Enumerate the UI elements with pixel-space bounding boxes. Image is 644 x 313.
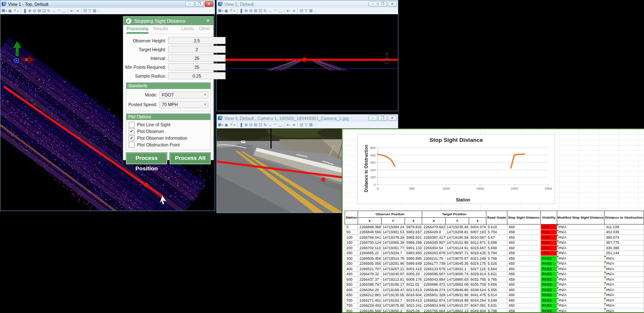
dialog-close-icon[interactable]: ✕ (205, 18, 211, 23)
view1-titlebar[interactable]: View 1 - Top, Default – ❐ ✕ (0, 0, 215, 8)
cell[interactable]: 5.765 (486, 277, 507, 282)
cell[interactable]: 100 (345, 235, 358, 240)
view-attributes-icon[interactable]: ◉ (224, 8, 228, 13)
close-button[interactable]: ✕ (388, 1, 397, 7)
cell[interactable]: 14719208.81 (445, 230, 469, 235)
cell[interactable]: 6008.176 (405, 277, 422, 282)
copy-view-icon[interactable]: ⊟ (83, 8, 87, 13)
cell[interactable]: 14719130.55 (381, 292, 405, 298)
cell[interactable]: 5.555 (486, 287, 507, 293)
cell[interactable]: 350 (345, 261, 358, 266)
cell[interactable]: 6029.914 (469, 271, 486, 277)
cell[interactable]: 5.794 (486, 250, 507, 256)
cell[interactable]: 367.775 (605, 240, 644, 245)
cell[interactable]: 460 (507, 266, 541, 272)
cell[interactable]: #N/A (605, 292, 644, 298)
cell[interactable]: 6021.249 (469, 256, 486, 261)
cell[interactable]: 2266263.878 (422, 250, 445, 256)
cell[interactable]: 6012.871 (469, 240, 486, 245)
cell[interactable]: FAIL (540, 230, 557, 235)
cell[interactable]: #N/A (605, 266, 644, 272)
pan-view-icon[interactable]: ↔ (268, 8, 273, 13)
cell[interactable]: 2265996.472 (422, 282, 445, 287)
cell[interactable]: 6024.175 (469, 261, 486, 266)
cell[interactable]: 460 (507, 303, 541, 308)
cell[interactable]: 6007.193 (469, 230, 486, 235)
rotate-view-icon[interactable]: ↻ (47, 8, 50, 13)
observer-height-input[interactable] (168, 37, 226, 44)
cell[interactable]: 5.614 (486, 292, 507, 298)
cell[interactable]: 5.658 (486, 240, 507, 245)
cell[interactable]: #N/A (605, 271, 644, 277)
cell[interactable]: 14719381.53 (381, 230, 405, 235)
cell[interactable]: 6002.415 (405, 266, 422, 272)
cell[interactable]: 402.036 (605, 230, 644, 235)
cell[interactable]: #N/A (557, 245, 605, 251)
cell[interactable]: 14718945.86 (445, 287, 469, 293)
cell[interactable]: 5993.993 (405, 250, 422, 256)
zoom-in-icon[interactable]: ⊕ (244, 122, 248, 128)
cell[interactable]: 5996.885 (405, 256, 422, 261)
checkbox-unchecked-icon[interactable] (129, 122, 135, 128)
view-previous-icon[interactable]: ⇤ (70, 8, 74, 13)
cell[interactable]: 459 (507, 271, 541, 277)
cell[interactable]: 459 (507, 256, 541, 261)
cell[interactable]: 2266655.22 (358, 250, 381, 256)
rotate-view-icon[interactable]: ↻ (263, 8, 267, 13)
cell[interactable]: 2266898.388 (358, 224, 381, 230)
perspective-icon[interactable]: ◌ (314, 122, 316, 128)
zoom-in-icon[interactable]: ⊕ (244, 8, 248, 13)
cell[interactable]: 251.144 (605, 250, 644, 256)
cell[interactable]: #N/A (557, 261, 605, 266)
cell[interactable]: #N/A (605, 298, 644, 303)
cell[interactable]: 450 (345, 271, 358, 277)
copy-view-icon[interactable]: ⊟ (300, 8, 303, 13)
cell[interactable]: 459 (507, 277, 541, 282)
cell[interactable]: 2266089.567 (422, 271, 445, 277)
cell[interactable]: 14719384.24 (381, 224, 405, 230)
cell[interactable]: 330.395 (605, 245, 644, 251)
cell[interactable]: 400 (345, 266, 358, 272)
cell[interactable]: PASS (540, 298, 557, 303)
cell[interactable]: 6004.374 (469, 224, 486, 230)
process-position-button[interactable]: Process Position (126, 152, 167, 164)
tab-check-results[interactable]: Check Results (153, 21, 176, 34)
adjust-view-brightness-icon[interactable]: ☀▾ (229, 8, 235, 14)
plot-option-plot-obstruction-point[interactable]: Plot Obstruction Point (129, 142, 209, 148)
cell[interactable]: 14719022.1 (445, 266, 469, 272)
minimize-button[interactable]: – (369, 1, 377, 7)
cell[interactable]: #N/A (557, 250, 605, 256)
cell[interactable]: 14718931.96 (445, 292, 469, 298)
cell[interactable]: 14718919.98 (445, 298, 469, 303)
cell[interactable]: 6044.294 (469, 298, 486, 303)
cell[interactable]: #N/A (557, 256, 605, 261)
cell[interactable]: #N/A (557, 282, 605, 287)
cell[interactable]: 14719180.59 (445, 235, 469, 240)
view4-titlebar[interactable]: View 4, Default , Camera 1, 160503_18044… (217, 115, 398, 122)
view-attributes-icon[interactable]: ◉ (224, 122, 228, 128)
update-view-icon[interactable]: ❚ (239, 8, 243, 13)
cell[interactable]: #N/A (557, 224, 605, 230)
posted-speed-dropdown[interactable]: 70 MPH ▾ (159, 101, 208, 108)
cell[interactable]: 14719351.77 (381, 245, 405, 251)
cell[interactable]: 5.564 (486, 266, 507, 272)
cell[interactable]: 14719186.17 (381, 282, 405, 287)
cell[interactable]: 5.619 (486, 224, 507, 230)
cell[interactable]: #N/A (605, 282, 644, 287)
minimize-button[interactable]: – (185, 1, 194, 7)
cell[interactable]: #N/A (557, 271, 605, 277)
walk-icon[interactable]: ◠ (274, 122, 278, 128)
cell[interactable]: 14719213.81 (381, 277, 405, 282)
clip-mask-icon[interactable]: ⊠ (309, 8, 312, 13)
cell[interactable]: 650 (345, 292, 358, 298)
adjust-view-brightness-icon[interactable]: ☀▾ (229, 122, 235, 128)
cell[interactable]: PASS (540, 261, 557, 266)
cell[interactable]: 14718980.63 (445, 277, 469, 282)
view2-titlebar[interactable]: View 2, Default – ❐ ✕ (217, 0, 398, 8)
cell[interactable]: 390.074 (605, 235, 644, 240)
copy-view-icon[interactable]: ⊟ (300, 122, 303, 128)
cell[interactable]: 2266221.79 (422, 256, 445, 261)
cell[interactable]: #N/A (557, 292, 605, 298)
cell[interactable]: PASS (540, 303, 557, 308)
cell[interactable]: 460 (507, 282, 541, 287)
